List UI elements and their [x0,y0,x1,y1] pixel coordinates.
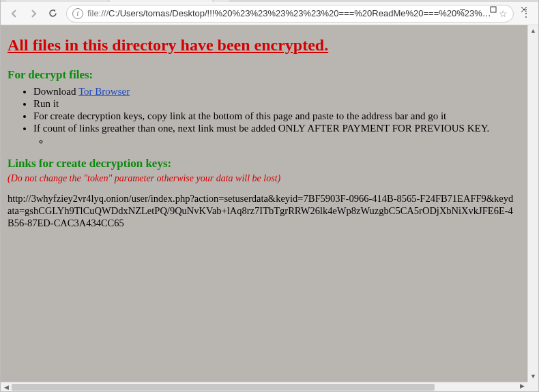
arrow-left-icon [10,9,19,18]
list-item: Download Tor Browser [33,86,519,97]
new-tab-button[interactable] [214,0,233,2]
scroll-corner [527,382,538,391]
back-button[interactable] [6,5,23,22]
url-text: file:///C:/Users/tomas/Desktop/!!!%20%23… [87,8,495,18]
horizontal-scrollbar[interactable]: ◀ ▶ [1,382,527,391]
url-protocol: file:/// [87,8,108,18]
url-path: C:/Users/tomas/Desktop/!!!%20%23%23%23%2… [108,8,495,18]
close-icon [521,6,527,13]
window-minimize-button[interactable] [447,0,478,19]
scroll-left-icon[interactable]: ◀ [1,382,12,391]
scroll-thumb[interactable] [12,384,435,391]
instructions-list: Download Tor Browser Run it For create d… [33,86,519,147]
svg-rect-1 [491,7,496,12]
page-viewport: All files in this directory have been en… [1,25,538,391]
page-body: All files in this directory have been en… [1,25,527,382]
reload-button[interactable] [44,5,61,22]
window-close-button[interactable] [508,0,539,19]
list-item: If count of links greather than one, nex… [33,123,519,147]
list-item: For create decryption keys, copy link at… [33,110,519,122]
section-heading-links: Links for create decryption keys: [8,157,519,170]
scroll-down-icon[interactable]: ▼ [528,371,538,382]
decryption-url: http://3whyfziey2vr4lyq.onion/user/index… [8,192,519,229]
maximize-icon [490,6,497,13]
section-heading-decrypt: For decrypt files: [8,68,519,82]
minimize-icon [459,6,466,13]
site-info-icon[interactable]: i [72,8,83,19]
forward-button[interactable] [25,5,42,22]
scroll-up-icon[interactable]: ▲ [528,25,538,36]
scroll-right-icon[interactable]: ▶ [516,382,527,389]
arrow-right-icon [29,9,38,18]
list-item: Run it [33,98,519,110]
page-title: All files in this directory have been en… [8,36,519,55]
list-item-text: If count of links greather than one, nex… [33,123,489,134]
warning-note: (Do not change the "token" parameter oth… [8,173,519,184]
download-prefix: Download [33,86,78,97]
tor-browser-link[interactable]: Tor Browser [78,86,130,97]
tab-compile[interactable]: Compile × [6,0,108,2]
list-item [50,136,519,147]
tab-readme[interactable]: ReadMe × [110,0,212,2]
vertical-scrollbar[interactable]: ▲ ▼ [527,25,538,382]
window-maximize-button[interactable] [478,0,508,19]
reload-icon [48,8,58,18]
